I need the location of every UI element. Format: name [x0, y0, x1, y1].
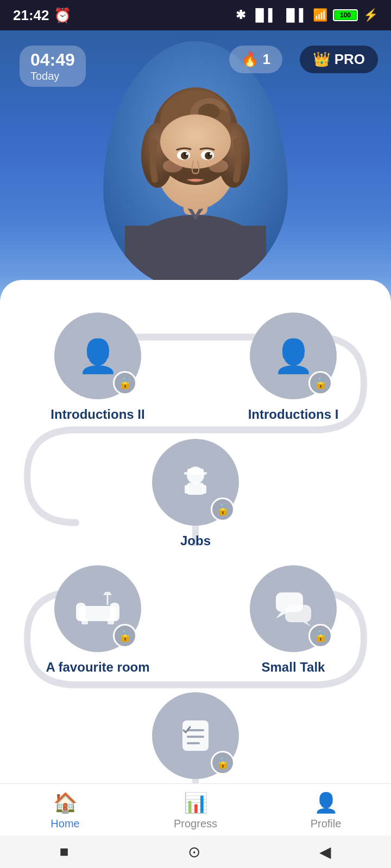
lesson-label-small-talk: Small Talk [262, 659, 325, 675]
lesson-label-jobs: Jobs [180, 532, 211, 549]
profile-icon: 👤 [314, 792, 338, 814]
signal-icon-2: ▐▌▌ [282, 8, 307, 22]
svg-rect-33 [81, 619, 88, 624]
home-icon: 🏠 [53, 792, 78, 814]
streak-badge[interactable]: 🔥 1 [229, 46, 282, 73]
svg-rect-39 [285, 605, 311, 622]
time-badge: 04:49 Today [20, 46, 86, 87]
lesson-item-favourite-room[interactable]: 🔒 A favourite room [38, 565, 157, 675]
crown-icon: 👑 [313, 51, 330, 68]
lesson-item-introductions-2[interactable]: 👤 🔒 Introductions II [38, 312, 157, 423]
lock-badge-favourite-room: 🔒 [113, 624, 137, 648]
wifi-icon: 📶 [313, 8, 327, 22]
svg-point-22 [163, 159, 182, 173]
nav-item-progress[interactable]: 📊 Progress [152, 792, 239, 830]
android-nav: ■ ⊙ ◀ [0, 835, 391, 868]
path-container: 👤 🔒 Introductions II 👤 🔒 Introductions I [16, 291, 375, 824]
introductions-2-icon: 👤 [78, 337, 118, 375]
svg-rect-34 [108, 619, 114, 624]
introductions-1-icon: 👤 [273, 337, 314, 375]
lesson-label-introductions-1: Introductions I [248, 406, 339, 423]
session-time: 04:49 [30, 50, 75, 70]
svg-marker-36 [103, 592, 112, 595]
progress-icon: 📊 [184, 792, 208, 814]
lock-badge-introductions-2: 🔒 [113, 371, 137, 395]
lock-badge-small-talk: 🔒 [308, 624, 332, 648]
svg-rect-27 [202, 485, 206, 494]
status-time: 21:42 [13, 7, 49, 24]
lesson-label-introductions-2: Introductions II [51, 406, 144, 423]
lock-badge-daily-routine: 🔒 [211, 751, 235, 775]
home-label: Home [51, 818, 79, 830]
room-icon [76, 590, 119, 628]
android-home-btn[interactable]: ⊙ [188, 843, 200, 861]
progress-label: Progress [174, 818, 217, 830]
jobs-icon [176, 463, 215, 501]
battery-indicator: 100 [333, 9, 358, 21]
lesson-circle-favourite-room: 🔒 [54, 565, 141, 652]
lesson-item-introductions-1[interactable]: 👤 🔒 Introductions I [234, 312, 353, 423]
profile-label: Profile [311, 818, 342, 830]
nav-item-home[interactable]: 🏠 Home [22, 792, 109, 830]
chat-icon [273, 590, 314, 628]
svg-rect-32 [110, 603, 119, 621]
lock-badge-jobs: 🔒 [211, 497, 235, 521]
lesson-item-small-talk[interactable]: 🔒 Small Talk [234, 565, 353, 675]
bluetooth-icon: ✱ [236, 8, 245, 22]
lessons-section: 👤 🔒 Introductions II 👤 🔒 Introductions I [0, 280, 391, 868]
lesson-circle-jobs: 🔒 [152, 439, 239, 526]
status-bar: 21:42 ⏰ ✱ ▐▌▌ ▐▌▌ 📶 100 ⚡ [0, 0, 391, 30]
alarm-icon: ⏰ [54, 7, 71, 24]
svg-point-23 [209, 159, 228, 173]
svg-point-21 [210, 153, 212, 155]
lesson-item-jobs[interactable]: 🔒 Jobs [136, 439, 255, 549]
android-square-btn[interactable]: ■ [60, 843, 69, 860]
checklist-icon [176, 716, 215, 755]
avatar [103, 41, 288, 291]
svg-marker-40 [303, 622, 311, 627]
svg-rect-25 [187, 483, 204, 495]
svg-rect-31 [76, 603, 86, 621]
date-label: Today [30, 70, 75, 82]
lesson-circle-daily-routine: 🔒 [152, 692, 239, 779]
svg-rect-29 [184, 472, 207, 475]
bottom-nav: 🏠 Home 📊 Progress 👤 Profile [0, 783, 391, 835]
signal-icon-1: ▐▌▌ [251, 8, 276, 22]
svg-point-20 [186, 153, 188, 155]
android-back-btn[interactable]: ◀ [319, 843, 331, 861]
lesson-circle-introductions-1: 👤 🔒 [250, 312, 337, 399]
nav-item-profile[interactable]: 👤 Profile [282, 792, 369, 830]
fire-icon: 🔥 [241, 51, 258, 68]
svg-rect-26 [185, 485, 189, 494]
lesson-circle-small-talk: 🔒 [250, 565, 337, 652]
lock-badge-introductions-1: 🔒 [308, 371, 332, 395]
lesson-circle-introductions-2: 👤 🔒 [54, 312, 141, 399]
streak-count: 1 [263, 51, 270, 68]
lesson-label-favourite-room: A favourite room [46, 659, 149, 675]
charging-icon: ⚡ [363, 8, 378, 22]
hero-section: 04:49 Today 🔥 1 👑 PRO [0, 30, 391, 302]
pro-badge[interactable]: 👑 PRO [300, 46, 378, 73]
pro-label: PRO [335, 51, 365, 68]
